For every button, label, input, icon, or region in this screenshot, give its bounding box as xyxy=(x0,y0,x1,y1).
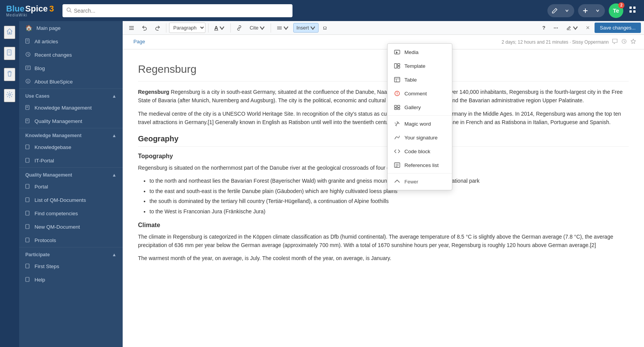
sidebar-item-blog[interactable]: Blog xyxy=(19,62,123,75)
section-use-cases[interactable]: Use Cases ▲ xyxy=(19,89,123,101)
star-icon[interactable] xyxy=(630,38,636,46)
svg-rect-30 xyxy=(26,184,29,188)
nav-icon-pages[interactable] xyxy=(4,47,15,60)
highlight-button[interactable] xyxy=(563,23,581,33)
search-input[interactable] xyxy=(74,8,289,14)
sidebar-item-first-steps[interactable]: First Steps xyxy=(19,260,123,273)
toolbar-hamburger[interactable] xyxy=(126,23,137,33)
page-meta: Page 2 days; 12 hours and 21 minutes · S… xyxy=(123,35,644,49)
sidebar-item-portal[interactable]: Portal xyxy=(19,180,123,193)
header-actions: Te 2 xyxy=(547,3,638,18)
svg-rect-58 xyxy=(394,105,397,107)
insert-media[interactable]: Media xyxy=(388,45,452,59)
paragraph-select[interactable]: Paragraph Heading 1 Heading 2 Heading 3 xyxy=(169,23,205,33)
add-btn-group xyxy=(578,4,605,17)
svg-rect-29 xyxy=(26,158,29,162)
climate-para2: The warmest month of the year, on averag… xyxy=(138,254,629,262)
sidebar-item-main-page[interactable]: 🏠 Main page xyxy=(19,21,123,35)
list-button[interactable] xyxy=(274,23,292,33)
chevron-up-icon-3: ▲ xyxy=(112,172,117,178)
articles-icon xyxy=(25,38,31,45)
sidebar-item-protocols[interactable]: Protocols xyxy=(19,234,123,247)
insert-gallery[interactable]: Gallery xyxy=(388,100,452,114)
add-dropdown[interactable] xyxy=(592,5,603,16)
sidebar-nav: 🏠 Main page All articles Recent changes xyxy=(19,21,123,347)
menu-divider-2 xyxy=(388,173,452,174)
nav-icon-trash[interactable] xyxy=(4,68,15,81)
help-button[interactable]: ? xyxy=(539,23,549,33)
svg-rect-51 xyxy=(398,66,400,68)
sidebar-item-it-portal[interactable]: IT-Portal xyxy=(19,154,123,167)
insert-table[interactable]: Table xyxy=(388,73,452,87)
font-button[interactable]: A xyxy=(211,23,228,33)
omega-button[interactable]: Ω xyxy=(320,23,330,33)
svg-rect-5 xyxy=(633,7,636,9)
page-tab[interactable]: Page xyxy=(130,37,148,47)
logo-spice: Spice xyxy=(25,4,48,14)
svg-rect-49 xyxy=(394,64,397,68)
sidebar-item-new-qm-doc[interactable]: New QM-Document xyxy=(19,220,123,234)
divider-2 xyxy=(208,23,209,33)
topo-item-3: the south is dominated by the tertiary h… xyxy=(150,197,629,205)
editor-area[interactable]: Regensburg Regensburg Regensburg is a ci… xyxy=(123,49,644,347)
edit-btn-group xyxy=(547,4,574,17)
blog-icon xyxy=(25,65,31,72)
sidebar-item-knowledgebase[interactable]: Knowledgebase xyxy=(19,141,123,154)
more-options-button[interactable] xyxy=(550,23,562,33)
insert-template[interactable]: Template xyxy=(388,59,452,73)
article-para2: The medieval centre of the city is a UNE… xyxy=(138,110,629,127)
insert-comment[interactable]: Comment xyxy=(388,87,452,100)
insert-references-list[interactable]: References list xyxy=(388,158,452,172)
insert-magic-word[interactable]: Magic word xyxy=(388,117,452,131)
nav-icon-home[interactable] xyxy=(4,26,15,39)
section-knowledge-mgmt[interactable]: Knowledge Management ▲ xyxy=(19,128,123,141)
comment-icon[interactable] xyxy=(612,38,618,46)
redo-button[interactable] xyxy=(152,23,163,33)
svg-point-11 xyxy=(9,94,11,96)
svg-line-1 xyxy=(70,11,71,13)
sidebar-item-recent-changes[interactable]: Recent changes xyxy=(19,48,123,62)
changes-icon xyxy=(25,52,31,58)
logo: BlueSpice 3 MediaWiki xyxy=(6,4,54,17)
top-header: BlueSpice 3 MediaWiki xyxy=(0,0,644,21)
insert-button[interactable]: Insert xyxy=(293,23,319,33)
article-intro: Regensburg Regensburg is a city in south… xyxy=(138,88,629,105)
first-steps-icon xyxy=(25,263,31,270)
svg-point-43 xyxy=(554,27,555,28)
sidebar-item-knowledge-mgmt[interactable]: Knowledge Management xyxy=(19,101,123,115)
save-changes-button[interactable]: Save changes... xyxy=(595,23,641,33)
sidebar-item-qm-docs[interactable]: List of QM-Documents xyxy=(19,193,123,207)
svg-point-44 xyxy=(555,27,556,28)
section-participate[interactable]: Participate ▲ xyxy=(19,247,123,260)
cite-button[interactable]: Cite xyxy=(246,23,268,33)
link-button[interactable] xyxy=(233,23,245,33)
undo-button[interactable] xyxy=(139,23,150,33)
edit-dropdown[interactable] xyxy=(561,5,573,16)
comment-insert-icon xyxy=(394,90,401,97)
close-editor-button[interactable]: ✕ xyxy=(583,23,593,33)
home-icon: 🏠 xyxy=(25,25,33,31)
sidebar-item-about[interactable]: About BlueSpice xyxy=(19,75,123,88)
sidebar-item-competencies[interactable]: Find competencies xyxy=(19,207,123,220)
insert-code-block[interactable]: Code block xyxy=(388,144,452,158)
insert-signature[interactable]: Your signature xyxy=(388,131,452,144)
code-icon xyxy=(394,148,401,155)
sidebar-item-help[interactable]: Help xyxy=(19,273,123,286)
insert-dropdown-menu: Media Template Table Comme xyxy=(387,43,452,190)
grid-menu-button[interactable] xyxy=(627,4,638,17)
fewer-icon xyxy=(394,178,401,185)
sidebar-item-quality-mgmt-uc[interactable]: Quality Management xyxy=(19,115,123,128)
add-button[interactable] xyxy=(580,5,591,16)
history-icon[interactable] xyxy=(621,38,627,46)
insert-fewer[interactable]: Fewer xyxy=(388,175,452,188)
nav-icon-settings[interactable] xyxy=(4,89,15,102)
edit-button[interactable] xyxy=(549,5,560,16)
svg-point-45 xyxy=(557,27,558,28)
sidebar-item-all-articles[interactable]: All articles xyxy=(19,35,123,48)
topo-item-4: to the West is Franconian Jura (Fränkisc… xyxy=(150,207,629,216)
section-quality-mgmt[interactable]: Quality Management ▲ xyxy=(19,168,123,180)
info-icon xyxy=(25,79,31,85)
svg-rect-52 xyxy=(394,77,400,82)
svg-rect-61 xyxy=(398,108,400,110)
avatar[interactable]: Te 2 xyxy=(609,3,623,18)
